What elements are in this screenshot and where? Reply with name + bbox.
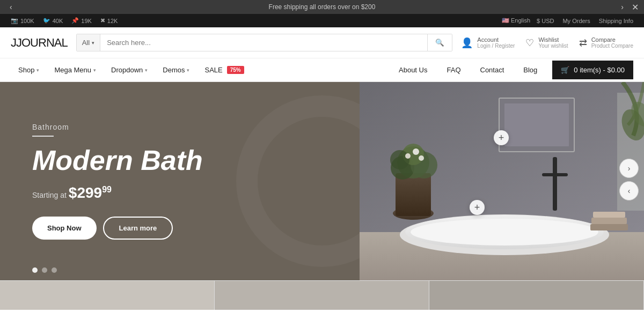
account-action[interactable]: 👤 Account Login / Register — [461, 36, 515, 49]
announcement-close-button[interactable]: ✕ — [632, 2, 639, 12]
announcement-bar: ‹ Free shipping all orders over on $200 … — [0, 0, 644, 14]
wishlist-sub: Your wishlist — [538, 43, 568, 49]
hero-content: Bathroom Modern Bath Starting at $29999 … — [0, 82, 360, 280]
nav-item-sale[interactable]: SALE 75% — [197, 58, 251, 81]
svg-point-17 — [405, 153, 411, 159]
search-category-dropdown[interactable]: All ▾ — [77, 34, 100, 51]
product-hotspot-1[interactable]: + — [494, 130, 509, 145]
svg-point-15 — [390, 150, 409, 169]
account-icon: 👤 — [461, 37, 473, 49]
announcement-text: Free shipping all orders over on $200 — [269, 3, 376, 11]
slider-prev-button[interactable]: ‹ — [619, 181, 639, 200]
product-thumb-3[interactable] — [429, 281, 644, 310]
social-item-x[interactable]: ✖ 12K — [100, 17, 118, 24]
social-bar: 📷 100K 🐦 40K 📌 19K ✖ 12K 🇺🇸 English $ US… — [0, 14, 644, 27]
chevron-down-icon: ▾ — [36, 68, 39, 73]
shop-now-button[interactable]: Shop Now — [32, 217, 97, 240]
nav-item-about[interactable]: About Us — [394, 58, 431, 81]
hero-buttons: Shop Now Learn more — [32, 217, 327, 240]
heart-icon: ♡ — [525, 37, 534, 49]
search-input[interactable] — [100, 34, 427, 51]
social-item-pinterest[interactable]: 📌 19K — [71, 17, 92, 24]
hero-image-area: + + — [360, 82, 644, 280]
navigation: Shop ▾ Mega Menu ▾ Dropdown ▾ Demos ▾ SA… — [0, 58, 644, 82]
hero-title: Modern Bath — [32, 145, 327, 176]
cart-label: 0 item(s) - $0.00 — [574, 66, 625, 74]
cart-icon: 🛒 — [561, 66, 569, 74]
nav-item-blog[interactable]: Blog — [519, 58, 541, 81]
svg-rect-4 — [553, 157, 557, 211]
logo-bracket: J — [11, 36, 16, 49]
chevron-down-icon: ▾ — [187, 68, 189, 73]
chevron-down-icon: ▾ — [145, 68, 148, 73]
svg-rect-21 — [593, 212, 625, 218]
pinterest-icon: 📌 — [71, 17, 79, 24]
header-actions: 👤 Account Login / Register ♡ Wishlist Yo… — [461, 36, 633, 49]
slider-next-button[interactable]: › — [619, 159, 639, 178]
price-label: Starting at — [32, 191, 67, 199]
svg-point-16 — [413, 148, 419, 155]
nav-item-mega-menu[interactable]: Mega Menu ▾ — [47, 58, 104, 81]
instagram-count: 100K — [20, 18, 34, 24]
svg-rect-19 — [590, 224, 628, 230]
learn-more-button[interactable]: Learn more — [103, 217, 173, 240]
logo[interactable]: JJOURNAL — [11, 36, 68, 50]
x-count: 12K — [107, 18, 118, 24]
svg-rect-3 — [504, 103, 569, 146]
cart-button[interactable]: 🛒 0 item(s) - $0.00 — [552, 61, 633, 79]
product-strip — [0, 280, 644, 310]
slider-arrows: › ‹ — [619, 159, 639, 204]
language-selector[interactable]: 🇺🇸 English — [502, 17, 530, 24]
wishlist-action[interactable]: ♡ Wishlist Your wishlist — [525, 36, 568, 49]
announcement-next-button[interactable]: › — [617, 2, 628, 12]
nav-item-demos[interactable]: Demos ▾ — [155, 58, 197, 81]
wishlist-label: Wishlist — [538, 36, 568, 43]
chevron-down-icon: ▾ — [92, 40, 94, 46]
search-button[interactable]: 🔍 — [427, 34, 452, 51]
nav-left: Shop ▾ Mega Menu ▾ Dropdown ▾ Demos ▾ SA… — [11, 58, 252, 81]
social-item-twitter[interactable]: 🐦 40K — [43, 17, 63, 24]
twitter-icon: 🐦 — [43, 17, 50, 24]
compare-label: Compare — [591, 36, 633, 43]
announcement-prev-button[interactable]: ‹ — [5, 2, 17, 12]
bathroom-scene-svg — [360, 82, 644, 280]
currency-selector[interactable]: $ USD — [537, 18, 554, 24]
hero-slider: Bathroom Modern Bath Starting at $29999 … — [0, 82, 644, 280]
product-thumb-1[interactable] — [0, 281, 215, 310]
product-thumb-2[interactable] — [215, 281, 429, 310]
nav-item-faq[interactable]: FAQ — [442, 58, 465, 81]
product-hotspot-2[interactable]: + — [470, 200, 485, 215]
compare-icon: ⇄ — [579, 37, 587, 49]
account-sub: Login / Register — [477, 43, 515, 49]
header: JJOURNAL All ▾ 🔍 👤 Account Login / Regis… — [0, 27, 644, 58]
hero-category-underline — [32, 136, 54, 137]
nav-right: About Us FAQ Contact Blog 🛒 0 item(s) - … — [394, 58, 633, 81]
product-strip-inner — [0, 281, 644, 310]
lang-currency: 🇺🇸 English $ USD — [502, 17, 554, 24]
svg-point-8 — [411, 219, 598, 245]
nav-item-contact[interactable]: Contact — [476, 58, 509, 81]
compare-sub: Product Compare — [591, 43, 633, 49]
svg-point-18 — [419, 155, 424, 161]
social-item-instagram[interactable]: 📷 100K — [11, 17, 34, 24]
compare-action[interactable]: ⇄ Compare Product Compare — [579, 36, 633, 49]
x-icon: ✖ — [100, 17, 105, 24]
sale-badge: 75% — [227, 66, 244, 74]
svg-rect-20 — [591, 218, 627, 224]
svg-rect-5 — [542, 173, 568, 176]
instagram-icon: 📷 — [11, 17, 18, 24]
pinterest-count: 19K — [81, 18, 92, 24]
my-orders-link[interactable]: My Orders — [562, 18, 590, 24]
hero-image-placeholder: + + — [360, 82, 644, 280]
twitter-count: 40K — [53, 18, 63, 24]
shipping-info-link[interactable]: Shipping Info — [599, 18, 633, 24]
search-icon: 🔍 — [435, 39, 444, 47]
account-label: Account — [477, 36, 515, 43]
nav-item-shop[interactable]: Shop ▾ — [11, 58, 47, 81]
svg-rect-10 — [396, 173, 431, 216]
hero-category: Bathroom — [32, 123, 327, 131]
search-bar: All ▾ 🔍 — [76, 34, 453, 51]
social-right: 🇺🇸 English $ USD My Orders Shipping Info — [502, 17, 633, 24]
price-value: $29999 — [69, 184, 112, 202]
nav-item-dropdown[interactable]: Dropdown ▾ — [104, 58, 155, 81]
